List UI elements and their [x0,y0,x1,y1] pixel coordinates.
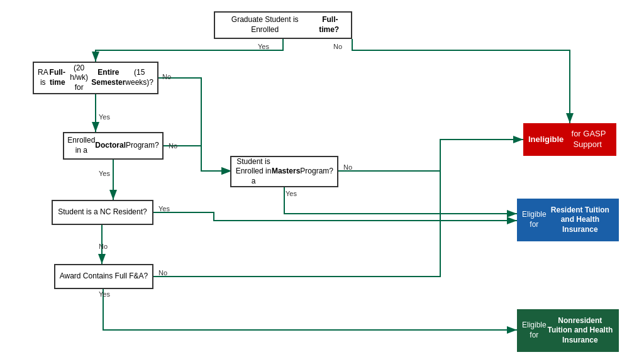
label-yes-award: Yes [99,290,110,298]
node-award-fa: Award Contains Full F&A? [54,264,153,289]
flowchart: Graduate Student is Enrolled Full-time? … [0,0,644,362]
label-no-doctoral: No [169,142,177,150]
node-eligible-nonresident: Eligible for Nonresident Tuition and Hea… [517,309,619,352]
label-yes-start: Yes [258,43,269,50]
label-no-start: No [333,43,342,50]
node-ineligible: Ineligible for GASP Support [523,123,616,156]
label-no-ncresident: No [99,243,108,250]
label-yes-ncresident: Yes [158,205,170,212]
node-start: Graduate Student is Enrolled Full-time? [214,11,352,39]
label-yes-ra: Yes [99,113,110,121]
node-masters: Student is Enrolled in a Masters Program… [230,156,338,187]
label-no-masters: No [343,163,352,171]
node-nc-resident: Student is a NC Resident? [52,200,153,225]
node-ra-fulltime: RA is Full-time (20 h/wk) for Entire Sem… [33,62,158,94]
label-yes-doctoral: Yes [99,170,110,177]
label-no-award: No [158,269,167,277]
label-no-ra: No [162,73,171,80]
node-eligible-resident: Eligible for Resident Tuition and Health… [517,199,619,241]
label-yes-masters: Yes [286,190,297,197]
node-doctoral: Enrolled in a Doctoral Program? [63,132,164,160]
